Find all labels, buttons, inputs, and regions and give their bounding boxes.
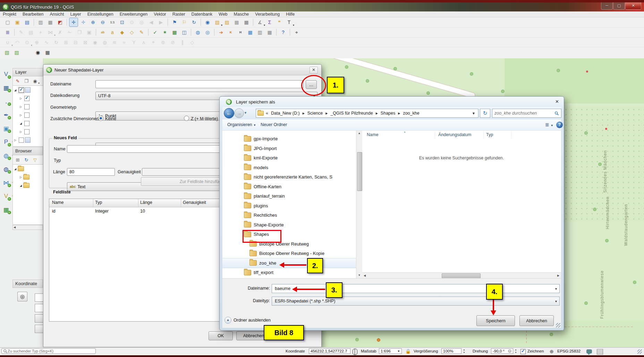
rotate-symbols-button[interactable]: ⊚ bbox=[159, 38, 168, 47]
zoom-to-layer-button[interactable]: ◎ bbox=[137, 18, 146, 27]
folder-tree-item[interactable]: Rechtliches bbox=[222, 210, 356, 220]
layer-tree-row[interactable]: ▷ bbox=[13, 94, 43, 102]
folder-tree-item[interactable]: nicht georeferenzierte Karten, Scans, S bbox=[222, 172, 356, 182]
import-photos-button[interactable]: ◉ bbox=[33, 48, 42, 57]
parallel-lines-button[interactable]: ∥ bbox=[178, 38, 187, 47]
hide-folders-button[interactable]: ▲Ordner ausblenden bbox=[224, 317, 271, 324]
save-project-button[interactable]: ▤ bbox=[23, 18, 32, 27]
menu-item[interactable]: Erweiterungen bbox=[120, 12, 148, 17]
filter-browser-button[interactable]: ▽ bbox=[31, 156, 39, 164]
label-move-button[interactable]: ✎ bbox=[137, 28, 146, 37]
files-horizontal-scrollbar[interactable]: ◀▶ bbox=[362, 272, 561, 279]
show-bookmarks-button[interactable]: ⚐ bbox=[180, 18, 189, 27]
breadcrumb-item[interactable]: Science▶ bbox=[305, 111, 329, 116]
offset-curve-button[interactable]: ≈ bbox=[120, 38, 129, 47]
koordinate-action-button[interactable] bbox=[35, 314, 44, 323]
browser-tree-row[interactable]: ◢ bbox=[13, 181, 43, 190]
new-raster-layer-button[interactable]: ▦+ bbox=[1, 83, 11, 93]
expander-icon[interactable]: ▷ bbox=[18, 114, 23, 117]
expander-icon[interactable]: ▷ bbox=[18, 97, 23, 100]
browser-tree-row[interactable]: ◢ bbox=[13, 165, 43, 173]
menu-item[interactable]: Hilfe bbox=[286, 12, 295, 17]
menu-item[interactable]: Masche bbox=[234, 12, 249, 17]
add-feature-button[interactable]: + bbox=[36, 28, 45, 37]
rotate-feature-button[interactable]: ↻ bbox=[52, 38, 61, 47]
add-wms-button[interactable]: ◍+ bbox=[1, 151, 11, 160]
expander-icon[interactable]: ◢ bbox=[13, 89, 18, 92]
add-delimited-text-button[interactable]: ,+ bbox=[1, 97, 11, 106]
capture-mouse-button[interactable]: ◎ bbox=[17, 292, 27, 301]
freehand-annotation-button[interactable]: ✒+ bbox=[1, 110, 11, 120]
delete-selected-button[interactable]: ✗ bbox=[56, 28, 65, 37]
menu-item[interactable]: Ansicht bbox=[50, 12, 64, 17]
locator-search-box[interactable] bbox=[1, 348, 96, 354]
layer-checkbox[interactable] bbox=[24, 96, 29, 101]
dialog-titlebar[interactable]: Q Neuer Shapedatei-Layer bbox=[43, 65, 321, 75]
menu-item[interactable]: Datenbank bbox=[192, 12, 212, 17]
ok-button[interactable]: OK bbox=[209, 331, 233, 340]
speichern-button[interactable]: Speichern bbox=[476, 315, 515, 326]
refresh-map-button[interactable]: ↻ bbox=[189, 18, 198, 27]
folder-tree-item[interactable]: Offline-Karten bbox=[222, 182, 356, 192]
vertex-tool-button[interactable]: ⋈ bbox=[46, 28, 55, 37]
layer-checkbox[interactable] bbox=[24, 104, 29, 109]
scroll-down-icon[interactable]: ▼ bbox=[356, 273, 362, 278]
kml-export-button[interactable]: K bbox=[226, 28, 235, 37]
drehung-field[interactable]: -90,0°✕ bbox=[491, 348, 513, 354]
toggle-editing-button[interactable]: ✎ bbox=[17, 28, 26, 37]
tracing-button[interactable]: ◠ bbox=[13, 38, 22, 47]
lock-scale-icon[interactable]: 🔒 bbox=[405, 349, 411, 354]
simplify-feature-button[interactable]: ∿ bbox=[42, 38, 51, 47]
zoom-to-selection-button[interactable]: ⊙ bbox=[127, 18, 136, 27]
scroll-right-icon[interactable]: ▶ bbox=[556, 273, 561, 279]
expander-icon[interactable]: ▷ bbox=[18, 105, 23, 108]
statistics-button[interactable]: Σ bbox=[265, 18, 274, 27]
copy-features-button[interactable]: ❐ bbox=[75, 28, 84, 37]
layer-tree-row[interactable]: ◢ bbox=[13, 119, 43, 127]
coordinate-capture-button[interactable]: ⌖ bbox=[292, 28, 301, 37]
datasource-manager-button[interactable]: ≣ bbox=[3, 28, 12, 37]
osm-place-search-button[interactable]: ◍ bbox=[193, 28, 202, 37]
open-project-button[interactable]: ▣ bbox=[13, 18, 22, 27]
save-edits-button[interactable]: ▤ bbox=[26, 28, 35, 37]
minimize-button[interactable]: ─ bbox=[601, 2, 613, 10]
koordinate-action-button[interactable] bbox=[35, 325, 44, 333]
dialog-titlebar[interactable]: Q Layer speichern als bbox=[220, 97, 564, 107]
layer-checkbox[interactable] bbox=[19, 138, 24, 143]
expander-icon[interactable]: ▷ bbox=[18, 176, 23, 179]
layer-styling-button[interactable]: ✎ bbox=[14, 77, 22, 85]
layer-tree-row[interactable]: ▷ bbox=[13, 102, 43, 111]
folder-tree-item[interactable]: JPG-Import bbox=[222, 144, 356, 153]
style-manager-button[interactable]: ◩ bbox=[56, 18, 65, 27]
label-single-button[interactable]: a bbox=[108, 28, 117, 37]
menu-item[interactable]: Raster bbox=[172, 12, 185, 17]
refresh-browser-button[interactable]: ↻ bbox=[23, 156, 30, 164]
add-topology-button[interactable]: ⋈+ bbox=[1, 178, 11, 188]
menu-item[interactable]: Vektor bbox=[154, 12, 166, 17]
new-geopackage-button[interactable]: ▣+ bbox=[1, 124, 11, 133]
dateiname-field[interactable] bbox=[95, 80, 304, 88]
add-virtual-layer-button[interactable]: V+ bbox=[1, 191, 11, 201]
expander-icon[interactable]: ◢ bbox=[18, 122, 23, 125]
spinner-icon[interactable]: ▲▼ bbox=[514, 348, 518, 354]
split-features-button[interactable]: Y bbox=[129, 38, 138, 47]
breadcrumb[interactable]: « Data_New (D:)▶Science▶_QGIS für Pilzfr… bbox=[256, 109, 478, 118]
map-tips-button[interactable]: ❝ bbox=[275, 18, 284, 27]
measure-button[interactable]: ∡ bbox=[255, 18, 264, 27]
zoom-next-button[interactable]: ▶ bbox=[156, 18, 166, 27]
scroll-up-icon[interactable]: ▲ bbox=[356, 131, 362, 136]
spinner-icon[interactable]: ▲▼ bbox=[462, 348, 466, 354]
folder-tree-item[interactable]: tiff_export bbox=[222, 268, 356, 277]
vergroesserung-field[interactable]: 100% bbox=[441, 348, 461, 354]
label-pin-button[interactable]: ◆ bbox=[118, 28, 127, 37]
identify-button[interactable]: ◉ bbox=[203, 18, 212, 27]
breadcrumb-item[interactable]: Data_New (D:)▶ bbox=[269, 111, 305, 116]
folder-tree-item[interactable]: gpx-Importe bbox=[222, 134, 356, 144]
zeichnen-checkbox[interactable] bbox=[520, 349, 526, 354]
labeling-button[interactable]: ab bbox=[98, 28, 107, 37]
quick-export-button[interactable]: ➔ bbox=[217, 28, 226, 37]
koordinate-value-field[interactable]: 456232.1,5427722.7 bbox=[309, 348, 350, 354]
georeferencer-button[interactable]: ▧ bbox=[2, 48, 11, 57]
expander-icon[interactable]: ◢ bbox=[13, 167, 18, 171]
expander-icon[interactable]: ◢ bbox=[18, 184, 23, 187]
